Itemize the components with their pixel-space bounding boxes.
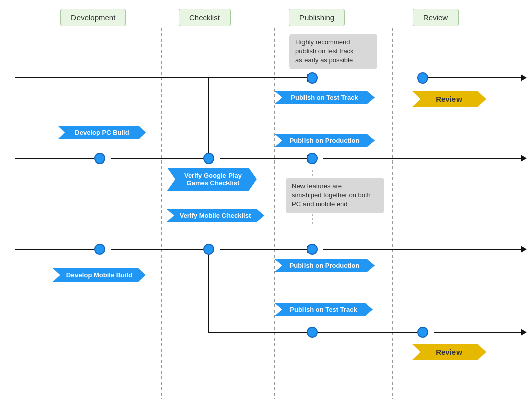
label-verify-google-play: Verify Google PlayGames Checklist [167,168,257,191]
node-review-top [417,72,428,84]
note-simship: New features aresimshiped together on bo… [286,178,384,213]
phase-review: Review [413,9,459,26]
label-develop-mobile-build: Develop Mobile Build [53,268,146,282]
label-publish-test-track-bottom: Publish on Test Track [274,303,373,316]
label-verify-mobile-checklist: Verify Mobile Checklist [166,209,264,222]
node-pc-dev-end [94,153,105,164]
label-review-bottom: Review [412,344,486,360]
diagram-svg [0,0,532,404]
label-review-top: Review [412,91,486,107]
phase-development: Development [60,9,126,26]
label-publish-test-track-top: Publish on Test Track [274,91,375,104]
svg-marker-22 [521,246,527,253]
node-publish-mobile [307,244,318,255]
node-publish-bottom [307,327,318,338]
note-test-track-recommendation: Highly recommendpublish on test trackas … [289,34,377,69]
node-checklist-mobile [203,244,214,255]
phase-publishing: Publishing [289,9,345,26]
node-publish-top [307,72,318,84]
svg-marker-5 [521,74,527,82]
svg-marker-26 [521,329,527,336]
node-publish-mid [307,153,318,164]
node-review-bottom [417,327,428,338]
label-publish-production-pc: Publish on Production [274,134,375,147]
phase-checklist: Checklist [179,9,231,26]
diagram-container: Development Checklist Publishing Review [0,0,532,404]
svg-marker-14 [521,155,527,162]
label-develop-pc-build: Develop PC Build [58,126,146,139]
node-checklist-mid [203,153,214,164]
label-publish-production-mobile: Publish on Production [274,259,375,272]
node-mobile-dev-end [94,244,105,255]
